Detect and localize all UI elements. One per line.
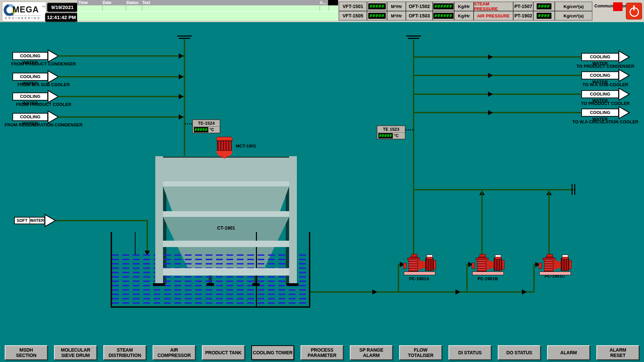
tag-pt1902: PT-1902 [513,11,533,20]
tower-foot [207,283,214,286]
pipe-pump-b-riser [481,190,483,255]
inlet-label-1: COOLING WATER [12,52,48,60]
unit-pt1902: Kg/cm²(a) [555,11,592,20]
tag-vft1505: VFT-1505 [339,11,367,20]
pipe-pump-c-suction-v [533,264,535,292]
date-display: 9/19/2021 [47,3,78,12]
pipe-pump-b-suction-v [466,264,468,292]
arrowhead-suction-2 [455,289,460,295]
tower-leg-left [155,156,163,284]
motor-cap [216,137,232,141]
alarm-col-status: Status [126,0,139,5]
group-steam-pressure: STEAM PRESSURE [474,2,513,11]
pipe-pump-a-suction-v [398,264,399,292]
pipe-soft-water-h [56,220,148,221]
nav-sp-range-alarm[interactable]: SP RANGEALARM [350,345,393,360]
tower-foot [153,283,165,286]
pump-column [409,259,418,272]
outlet-arrow-4 [619,106,630,119]
nav-product-tank[interactable]: PRODUCT TANK [202,345,245,360]
company-logo: MEGA TM ENGINEERING [2,2,46,21]
nav-alarm-reset[interactable]: ALARMRESET [596,345,639,360]
alarm-rows-area[interactable] [77,5,338,21]
lcd-oft1502: ###### [433,3,454,9]
outlet-label-4: COOLING WATER [581,109,619,117]
pump-column [544,259,553,272]
pump-junction-box [562,255,568,259]
pump-b-tag: PC-1901B [468,276,507,281]
pipe-end-cap [574,184,575,195]
tower-beam [163,241,289,247]
pump-motor-cap [433,260,436,269]
navigation-bar: MSDHSECTION MOLECULARSIEVE DRUM STEAMDIS… [0,345,644,360]
arrowhead-outlet-3 [488,92,493,97]
basin-wall-left [111,232,112,308]
vent-icon [177,36,192,37]
nav-cooling-tower[interactable]: COOLING TOWER [251,345,294,360]
pump-inlet-flange [472,263,475,269]
pump-motor [494,258,502,271]
top-bar: MEGA TM ENGINEERING 9/19/2021 12:41:42 P… [0,0,644,22]
te1524-unit: °C [210,127,214,132]
pipe-outlet-3 [414,94,581,95]
pipe-soft-water-v [147,220,148,251]
tower-foot [252,283,260,286]
power-button[interactable] [626,3,642,19]
nav-flow-totaliser[interactable]: FLOWTOTALISER [399,345,442,360]
pump-junction-box [495,255,501,259]
pipe-suction-header [310,291,534,293]
nav-molecular-sieve-drum[interactable]: MOLECULARSIEVE DRUM [54,345,97,360]
nav-air-compressor[interactable]: AIRCOMPRESSOR [153,345,196,360]
pipe-end-cap [572,184,573,195]
outlet-arrow-1 [619,50,630,64]
nav-do-status[interactable]: DO STATUS [498,345,541,360]
basin-water [112,254,309,306]
pipe-inlet-2 [58,76,184,77]
tag-vft1501: VFT-1501 [339,2,367,11]
nav-alarm[interactable]: ALARM [547,345,590,360]
inlet-sub-2: FROM W.A SUB COOLER [3,82,84,87]
lcd-pt1507: #### [537,3,551,9]
tower-foot [286,283,299,286]
pump-pc1901b [472,254,504,276]
alarm-list: Time Date Status Text A... [77,0,338,21]
pipe-left-riser [184,40,185,156]
nav-process-parameter[interactable]: PROCESSPARAMETER [301,345,343,360]
inlet-label-4: COOLING WATER [12,113,48,121]
tower-fill-section [163,186,289,211]
value-vft1501: ##### [367,2,387,11]
te1523-lcd: ##### [378,133,393,138]
outlet-label-1: COOLING WATER [581,53,619,61]
nav-msdh-section[interactable]: MSDHSECTION [5,345,48,360]
alarm-list-header: Time Date Status Text A... [77,0,338,5]
pump-inlet-flange [539,263,542,269]
tower-beam [163,181,289,186]
tower-leg-right [289,156,297,284]
value-vft1505: ##### [367,11,387,20]
tag-pt1507: PT-1507 [513,2,533,11]
pipe-outlet-1 [414,56,581,58]
alarm-header-button[interactable] [328,0,338,5]
instrument-table: VFT-1501 ##### M³/Hr OFT-1502 ###### Kg/… [339,2,592,20]
nav-di-status[interactable]: DI STATUS [448,345,491,360]
outlet-arrow-2 [619,69,630,82]
pump-inlet-flange [403,263,407,269]
alarm-col-time: Time [78,0,88,5]
alarm-col-date: Date [103,0,111,5]
inlet-label-3: COOLING WATER [12,93,48,101]
tower-plenum [163,157,289,181]
nav-steam-distribution[interactable]: STEAMDISTRIBUTION [103,345,146,360]
soft-water-arrow [45,214,56,227]
alarm-row-separator [77,11,338,12]
time-display: 12:41:42 PM [45,13,78,22]
fan-motor-tag: MCT-1901 [236,143,256,148]
tower-beam-basin [155,268,297,276]
communication-status-indicator [613,2,623,11]
alarm-divider [126,5,126,11]
pump-pc1901a [403,254,435,276]
arrowhead-inlet-2 [179,74,183,79]
inlet-arrow-3 [48,90,59,103]
te1524-tag: TE-1524 [193,120,220,127]
arrowhead-inlet-1 [179,53,183,59]
pump-baseplate [539,272,571,275]
